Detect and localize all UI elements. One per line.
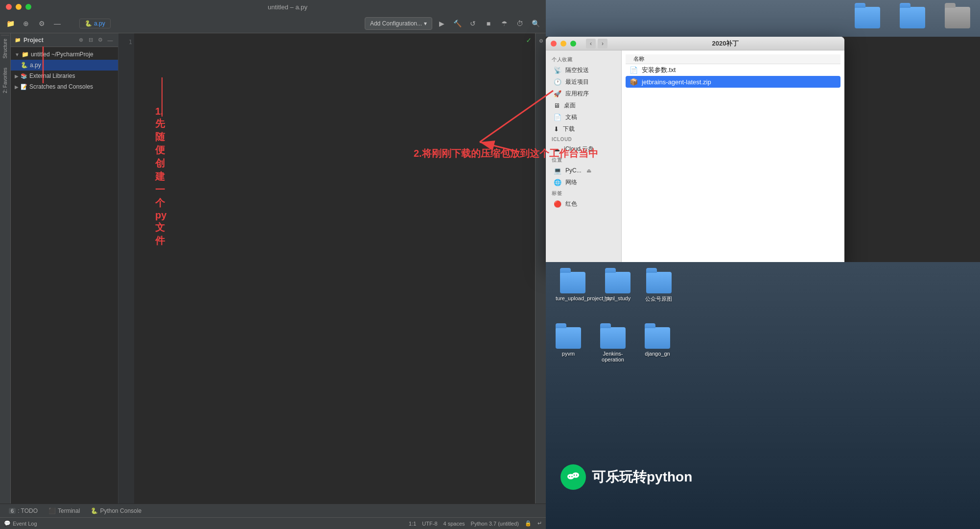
favorites-tab[interactable]: 2: Favorites [1,65,9,96]
active-filename: a.py [94,20,105,27]
svg-point-4 [574,475,575,476]
coverage-button[interactable]: ☂ [498,17,511,30]
airdrop-label: 隔空投送 [565,66,589,74]
desktop-folder-3[interactable] [945,7,970,30]
docs-icon: 📄 [554,114,561,121]
finder-item-docs[interactable]: 📄 文稿 [548,111,619,123]
tree-lib-icon: 📚 [21,73,27,79]
event-log-label: Event Log [13,521,37,527]
run-button[interactable]: ▶ [435,17,448,30]
status-lock-icon: 🔒 [525,520,532,527]
weixin-icon [646,272,672,293]
tree-py-icon-apy: 🐍 [21,62,28,69]
tree-item-untitled[interactable]: ▼ 📁 untitled ~/PycharmProje [11,49,118,60]
add-configuration-button[interactable]: Add Configuration... ▾ [365,17,432,30]
finder-titlebar: ‹ › 2020补丁 [546,37,844,50]
close-button[interactable] [6,4,12,10]
pycharm-toolbar: 📁 ⊕ ⚙ — 🐍 a.py Add Configuration... ▾ ▶ … [0,14,546,33]
finder-forward-button[interactable]: › [598,39,607,48]
settings-icon[interactable]: ⚙ [35,17,48,30]
finder-item-downloads[interactable]: ⬇ 下载 [548,123,619,135]
collapse-icon[interactable]: — [51,17,64,30]
html-study-icon [605,272,630,293]
upload-proj-label: ture_upload_project_py [556,295,590,301]
project-header: 📁 Project ⊕ ⊟ ⚙ — [11,33,118,47]
finder-section-personal: 个人收藏 [546,54,621,64]
tree-arrow-untitled: ▼ [15,52,20,57]
finder-back-button[interactable]: ‹ [586,39,596,48]
right-panel-tabs: ⚙ [535,33,546,504]
sync-icon[interactable]: ⊕ [20,17,32,30]
pyc-icon: 💻 [554,167,561,174]
finder-max-button[interactable] [570,41,576,47]
minimize-button[interactable] [16,4,22,10]
project-icon[interactable]: 📁 [4,17,17,30]
todo-tab-label: : TODO [18,507,38,514]
finder-window-title: 2020补丁 [611,39,840,48]
build-button[interactable]: 🔨 [451,17,464,30]
desktop-folder-weixin[interactable]: 公众号原图 [645,272,672,303]
desktop-folder-upload-proj[interactable]: ture_upload_project_py [556,272,590,301]
status-wrap-icon: ↵ [537,520,542,527]
editor-checkmark: ✓ [526,35,531,45]
status-encoding[interactable]: UTF-8 [422,520,437,527]
todo-num: 6 [9,508,16,514]
python-console-tab[interactable]: 🐍 Python Console [86,505,146,517]
todo-tab[interactable]: 6 : TODO [4,505,43,517]
tree-item-apy[interactable]: 🐍 a.py [11,60,118,71]
profile-button[interactable]: ⏱ [513,17,526,30]
finder-nav-buttons: ‹ › [586,39,607,48]
jenkins-icon [600,327,626,349]
finder-file-zip[interactable]: 📦 jetbrains-agent-latest.zip [626,76,840,88]
finder-item-airdrop[interactable]: 📡 隔空投送 [548,64,619,76]
right-panel-tab[interactable]: ⚙ [537,35,545,47]
svg-point-5 [576,475,577,476]
name-column-label: 名称 [633,55,644,63]
finder-min-button[interactable] [560,41,566,47]
finder-item-recents[interactable]: 🕐 最近项目 [548,76,619,88]
desktop-folder-2[interactable] [900,7,925,30]
finder-item-apps[interactable]: 🚀 应用程序 [548,88,619,99]
finder-item-red-tag[interactable]: 🔴 红色 [548,198,619,210]
desktop-icon: 🖥 [554,102,560,109]
tree-item-extlibs[interactable]: ▶ 📚 External Libraries [11,71,118,81]
status-line-col[interactable]: 1:1 [409,520,416,527]
desktop-folder-icon-3 [945,7,970,28]
desktop-folder-1[interactable] [855,7,880,30]
tree-item-scratches[interactable]: ▶ 📝 Scratches and Consoles [11,81,118,92]
status-python-ver[interactable]: Python 3.7 (untitled) [471,520,519,527]
editor-area: 1 ✓ 1.先随便创建一个 py 文件 [118,33,535,504]
finder-body: 个人收藏 📡 隔空投送 🕐 最近项目 🚀 应用程序 🖥 桌面 [546,50,844,267]
desktop-folder-html-study[interactable]: html_study [605,272,630,301]
finder-file-txt[interactable]: 📄 安装参数.txt [626,64,840,76]
search-button[interactable]: 🔍 [529,17,542,30]
tree-arrow-extlibs: ▶ [15,73,19,79]
desktop-folder-jenkins[interactable]: Jenkins-operation [596,327,630,362]
finder-item-desktop[interactable]: 🖥 桌面 [548,99,619,111]
django-label: django_gn [645,351,670,357]
project-collapse-icon[interactable]: — [106,36,114,44]
project-title: Project [23,37,44,44]
finder-item-icloud[interactable]: ☁ iCloud 云盘 [548,143,619,155]
left-panel-tabs: Structure 2: Favorites [0,33,11,504]
stop-button[interactable]: ■ [482,17,495,30]
desktop-folder-icon-2 [900,7,925,28]
status-event-log[interactable]: 💬 Event Log [4,520,37,527]
rerun-button[interactable]: ↺ [467,17,479,30]
terminal-tab[interactable]: ⬛ Terminal [44,505,85,517]
finder-item-network[interactable]: 🌐 网络 [548,176,619,188]
finder-close-button[interactable] [551,41,557,47]
status-indent[interactable]: 4 spaces [443,520,465,527]
maximize-button[interactable] [25,4,31,10]
active-file-tab[interactable]: 🐍 a.py [79,19,111,28]
editor-content[interactable]: ✓ [134,33,535,504]
project-filter-icon[interactable]: ⊟ [87,36,94,44]
desktop-folder-django[interactable]: django_gn [645,327,670,357]
finder-item-pyc[interactable]: 💻 PyC... ⏏ [548,165,619,176]
desktop-folders-row2: pyvm Jenkins-operation django_gn [546,317,980,367]
project-sync-icon[interactable]: ⊕ [77,36,85,44]
project-gear-icon[interactable]: ⚙ [96,36,104,44]
finder-section-tag: 标签 [546,188,621,198]
desktop-folder-pyvm[interactable]: pyvm [556,327,581,357]
structure-tab[interactable]: Structure [1,35,9,62]
